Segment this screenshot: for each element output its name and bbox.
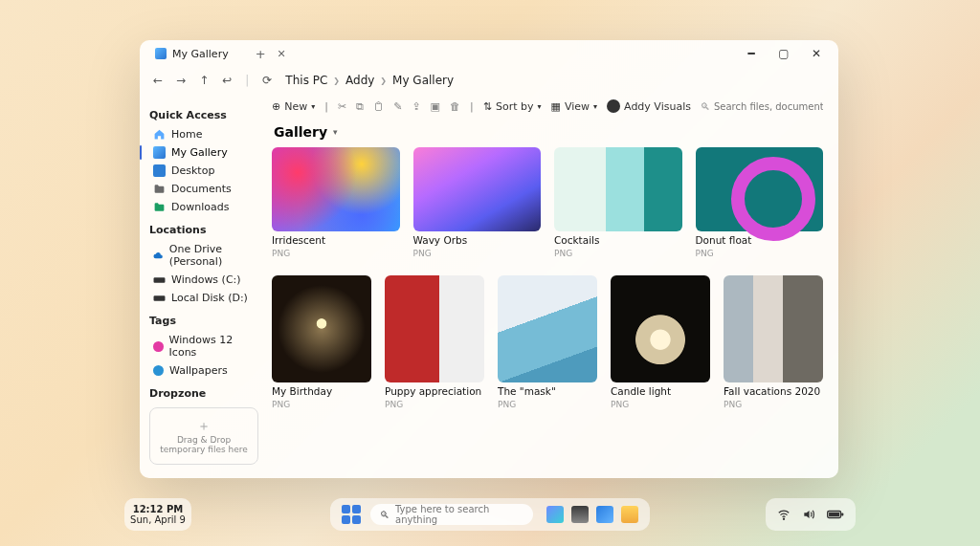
taskbar-search-placeholder: Type here to search anything	[395, 504, 523, 525]
sidebar-item-documents[interactable]: Documents	[149, 180, 264, 198]
thumbnail	[611, 275, 710, 382]
dropzone-header: Dropzone	[149, 387, 264, 400]
chevron-right-icon: ❯	[380, 76, 387, 85]
view-button[interactable]: ▦ View ▾	[551, 100, 598, 113]
crumb-2[interactable]: My Gallery	[392, 74, 454, 87]
image-icon[interactable]: ▣	[431, 100, 440, 113]
sidebar-item-desktop[interactable]: Desktop	[149, 162, 264, 180]
file-explorer-window: My Gallery + ✕ ━ ▢ ✕ ← → ↑ ↩ | ⟳ This PC…	[140, 40, 838, 478]
svg-rect-1	[154, 295, 166, 300]
svg-rect-4	[829, 513, 839, 516]
undo-button[interactable]: ↩	[222, 74, 232, 87]
battery-icon[interactable]	[827, 508, 844, 521]
sidebar-item-label: Documents	[171, 183, 232, 195]
gallery-item[interactable]: Wavy OrbsPNG	[413, 147, 542, 258]
gallery-item[interactable]: The "mask"PNG	[498, 275, 597, 409]
thumbnail	[413, 147, 542, 231]
taskbar-app-explorer[interactable]	[621, 506, 638, 523]
gallery-item[interactable]: CocktailsPNG	[554, 147, 682, 258]
forward-button[interactable]: →	[176, 74, 186, 87]
paste-icon[interactable]: 📋︎	[373, 100, 384, 113]
file-title: Fall vacations 2020	[724, 385, 823, 397]
search-input[interactable]	[714, 101, 823, 112]
user-chip[interactable]: Addy Visuals	[607, 99, 691, 113]
file-ext: PNG	[272, 400, 371, 409]
gallery-item[interactable]: Puppy appreciationPNG	[385, 275, 484, 409]
sidebar-item-one-drive-personal-[interactable]: One Drive (Personal)	[149, 240, 264, 271]
gallery-item[interactable]: Fall vacations 2020PNG	[724, 275, 823, 409]
file-title: Cocktails	[554, 234, 682, 246]
share-icon[interactable]: ⇪	[412, 100, 420, 113]
file-ext: PNG	[554, 249, 682, 258]
close-button[interactable]: ✕	[808, 47, 825, 60]
gallery-heading-text: Gallery	[274, 124, 327, 140]
taskbar-clock[interactable]: 12:12 PM Sun, April 9	[124, 498, 191, 531]
plus-circle-icon: ⊕	[272, 100, 280, 113]
clock-time: 12:12 PM	[133, 504, 184, 514]
sort-button[interactable]: ⇅ Sort by ▾	[483, 100, 542, 113]
taskbar-search[interactable]: 🔍︎ Type here to search anything	[370, 504, 533, 525]
file-title: The "mask"	[498, 385, 597, 397]
tab-my-gallery[interactable]: My Gallery	[145, 48, 238, 60]
cut-icon[interactable]: ✂	[338, 100, 346, 113]
gallery-item[interactable]: IrridescentPNG	[272, 147, 400, 258]
locations-header: Locations	[149, 224, 264, 236]
sidebar-item-home[interactable]: Home	[149, 125, 264, 143]
volume-icon[interactable]	[802, 508, 815, 521]
svg-rect-5	[841, 513, 843, 516]
gallery-heading[interactable]: Gallery ▾	[274, 124, 823, 140]
gallery-item[interactable]: My BirthdayPNG	[272, 275, 371, 409]
chevron-down-icon: ▾	[333, 127, 338, 137]
content-pane: ⊕ New ▾ | ✂ ⧉ 📋︎ ✎ ⇪ ▣ 🗑︎ | ⇅ Sort b	[264, 94, 838, 478]
refresh-button[interactable]: ⟳	[262, 74, 272, 87]
taskbar-tray[interactable]	[766, 498, 856, 531]
gallery-item[interactable]: Candle lightPNG	[611, 275, 710, 409]
start-button[interactable]	[342, 505, 361, 524]
view-label: View	[565, 100, 590, 113]
file-ext: PNG	[724, 400, 823, 409]
crumb-1[interactable]: Addy	[345, 74, 374, 87]
search-box[interactable]: 🔍︎	[701, 101, 823, 112]
avatar	[607, 99, 620, 113]
dropzone[interactable]: ＋ Drag & Drop temporary files here	[149, 407, 258, 465]
copy-icon[interactable]: ⧉	[356, 100, 364, 113]
up-button[interactable]: ↑	[199, 74, 209, 87]
taskbar-center: 🔍︎ Type here to search anything	[330, 498, 650, 531]
file-ext: PNG	[272, 249, 400, 258]
taskbar-app-mail[interactable]	[596, 506, 613, 523]
tag-dot-icon	[153, 365, 164, 376]
minimize-button[interactable]: ━	[743, 47, 760, 60]
chevron-down-icon: ▾	[593, 102, 597, 111]
gallery-item[interactable]: Donut floatPNG	[696, 147, 824, 258]
sidebar-tag-wallpapers[interactable]: Wallpapers	[149, 361, 264, 380]
new-label: New	[284, 100, 307, 113]
sidebar-tag-windows-12-icons[interactable]: Windows 12 Icons	[149, 331, 264, 361]
maximize-button[interactable]: ▢	[775, 47, 792, 60]
window-controls: ━ ▢ ✕	[743, 47, 833, 60]
new-tab-button[interactable]: +	[256, 47, 266, 61]
new-button[interactable]: ⊕ New ▾	[272, 100, 315, 113]
thumbnail	[696, 147, 824, 231]
titlebar: My Gallery + ✕ ━ ▢ ✕	[140, 40, 838, 67]
sidebar-item-local-disk-d-[interactable]: Local Disk (D:)	[149, 289, 264, 307]
toolbar: ⊕ New ▾ | ✂ ⧉ 📋︎ ✎ ⇪ ▣ 🗑︎ | ⇅ Sort b	[272, 99, 823, 113]
svg-rect-0	[154, 277, 166, 282]
taskbar-app-2[interactable]	[571, 506, 589, 523]
chevron-down-icon: ▾	[311, 102, 315, 111]
search-icon: 🔍︎	[380, 510, 390, 520]
sidebar-item-downloads[interactable]: Downloads	[149, 198, 264, 216]
taskbar-app-1[interactable]	[546, 506, 564, 523]
back-button[interactable]: ←	[153, 74, 163, 87]
breadcrumb[interactable]: This PC ❯ Addy ❯ My Gallery	[285, 74, 454, 87]
sidebar-item-label: One Drive (Personal)	[169, 243, 260, 268]
sidebar-item-my gallery[interactable]: My Gallery	[149, 143, 264, 162]
sidebar-item-windows-c-[interactable]: Windows (C:)	[149, 271, 264, 289]
rename-icon[interactable]: ✎	[393, 100, 402, 113]
crumb-0[interactable]: This PC	[285, 74, 327, 87]
sidebar-item-label: Windows (C:)	[171, 273, 241, 286]
close-tab-button[interactable]: ✕	[278, 48, 286, 60]
search-icon: 🔍︎	[701, 101, 710, 112]
wifi-icon[interactable]	[777, 508, 791, 521]
tags-header: Tags	[149, 315, 264, 327]
delete-icon[interactable]: 🗑︎	[450, 100, 460, 113]
